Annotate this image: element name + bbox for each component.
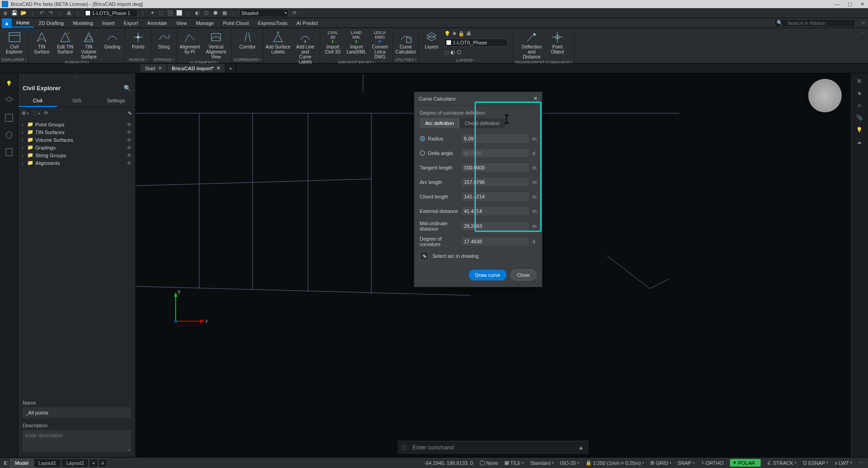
add-surface-labels-button[interactable]: AAdd SurfaceLabels (265, 29, 291, 54)
tool-icon[interactable]: ⬡ (203, 10, 210, 17)
command-bar[interactable]: ⌷ : Enter command ▲ (398, 441, 588, 454)
close-icon[interactable]: ✕ (533, 96, 537, 101)
tab-arc-definition[interactable]: Arc definition (420, 118, 460, 128)
tree-item-point-groups[interactable]: ›📁Point Groups👁 (22, 121, 132, 128)
description-field[interactable] (23, 430, 131, 452)
tab-chord-definition[interactable]: Chord definition (460, 118, 505, 128)
close-dialog-button[interactable]: Close (510, 270, 537, 280)
app-menu-button[interactable]: ▲ (2, 18, 12, 28)
new-icon[interactable]: 🗎 (2, 10, 9, 17)
print-icon[interactable]: 🖶 (65, 10, 72, 17)
layer-combo[interactable]: 1-LOTS_Phase (444, 39, 508, 47)
tool-icon[interactable]: ◐ (194, 10, 201, 17)
dialog-header[interactable]: Curve Calculator ✕ (414, 92, 542, 106)
tree-item-tin-surfaces[interactable]: ›📁TIN Surfaces👁 (22, 128, 132, 136)
ribbon-search-input[interactable] (785, 20, 855, 26)
radius-input[interactable] (461, 134, 530, 144)
open-icon[interactable]: 📂 (20, 10, 27, 17)
visibility-icon[interactable]: 👁 (127, 145, 132, 150)
document-combo[interactable]: 1-LOTS_Phase 1 (83, 9, 138, 17)
edit-tin-surface-button[interactable]: Edit TINSurface (54, 29, 76, 54)
import-civil3d-button[interactable]: CIVIL3D ⬇ImportCivil 3D (322, 29, 344, 54)
iso-combo[interactable]: ISO-25▾ (560, 460, 579, 466)
external-distance-input[interactable] (461, 206, 530, 216)
tree-item-string-groups[interactable]: ›📁String Groups👁 (22, 151, 132, 159)
point-object-button[interactable]: PointObject (547, 29, 568, 54)
convert-leica-dwg-button[interactable]: LEICADWG ⟳ConvertLeica DWG (369, 29, 391, 59)
menu-home[interactable]: Home (12, 19, 34, 28)
import-landxml-button[interactable]: LANDXML ⬇ImportLandXML (345, 29, 367, 54)
menu-insert[interactable]: Insert (98, 19, 120, 27)
new-tab-button[interactable]: + (225, 64, 236, 72)
visibility-icon[interactable]: 👁 (127, 122, 132, 127)
close-icon[interactable]: ✕ (158, 65, 162, 71)
rail-cloud-icon[interactable]: ☁ (857, 139, 862, 145)
name-field[interactable] (23, 407, 131, 418)
deflection-distance-button[interactable]: Deflectionand Distance (518, 29, 545, 59)
ortho-toggle[interactable]: └ ORTHO (701, 460, 724, 466)
layout-tab-layout2[interactable]: Layout2 (61, 458, 89, 468)
rail-lightbulb-icon[interactable]: 💡 (4, 78, 14, 89)
layer-freeze-icon[interactable]: ❄ (452, 31, 456, 37)
degree-curvature-input[interactable] (461, 236, 530, 246)
layer-visibility-icon[interactable]: 💡 (444, 31, 451, 37)
panel-tab-settings[interactable]: Settings (96, 95, 135, 107)
add-line-curve-labels-button[interactable]: AAdd Line andCurve Labels (293, 29, 318, 64)
layer-tool-icon[interactable]: ⬡ (457, 49, 461, 55)
polar-toggle[interactable]: ✦ POLAR▾ (730, 459, 761, 467)
refresh-icon[interactable]: ⟳ (291, 10, 298, 17)
entsnap-status[interactable]: ◯ None (480, 460, 498, 466)
help-icon[interactable]: ⤢ (858, 20, 868, 26)
string-button[interactable]: String (153, 29, 175, 49)
rail-light-icon[interactable]: 💡 (856, 127, 863, 133)
vertical-alignment-view-button[interactable]: VerticalAlignment View (202, 29, 230, 59)
layout-tab-layout1[interactable]: Layout1 (34, 458, 61, 468)
export-icon[interactable]: ⬚ ▾ (33, 110, 40, 116)
status-more[interactable]: ⋯ (858, 460, 863, 466)
chord-length-input[interactable] (461, 192, 530, 202)
rail-grid-icon[interactable]: ⊞ (857, 78, 861, 84)
panel-tab-civil[interactable]: Civil (18, 95, 57, 107)
tool-icon[interactable]: ✦ (149, 10, 156, 17)
menu-point-cloud[interactable]: Point Cloud (218, 19, 253, 27)
corridor-button[interactable]: Corridor (237, 29, 259, 49)
redo-icon[interactable]: ↷ (47, 10, 54, 17)
strack-toggle[interactable]: ∠ STRACK▾ (767, 460, 796, 466)
rail-structure-icon[interactable] (4, 112, 14, 123)
panel-grip[interactable]: ⋯ (18, 73, 135, 81)
visual-style-combo[interactable]: Shaded ▾ (239, 9, 289, 17)
tool-icon[interactable]: ⬛ (167, 10, 174, 17)
save-icon[interactable]: 💾 (11, 10, 18, 17)
grading-button[interactable]: Grading (101, 29, 123, 49)
standard-combo[interactable]: Standard▾ (530, 460, 554, 466)
add-icon[interactable]: ⊕ ▾ (22, 110, 29, 116)
close-icon[interactable]: ✕ (216, 65, 221, 71)
arc-length-input[interactable] (461, 177, 530, 187)
radio-delta-angle[interactable] (420, 150, 425, 156)
snap-toggle[interactable]: SNAP▾ (678, 460, 695, 466)
menu-expresstools[interactable]: ExpressTools (253, 19, 292, 27)
civil-explorer-button[interactable]: CivilExplorer (4, 29, 25, 54)
visibility-icon[interactable]: 👁 (127, 153, 132, 158)
layout-list-button[interactable]: ≡ (98, 458, 107, 468)
menu-ai-predict[interactable]: AI Predict (292, 19, 323, 27)
drawing-canvas[interactable]: Y X ⌷ : Enter command ▲ Curve Calculator… (136, 73, 850, 457)
add-layout-button[interactable]: + (89, 458, 98, 468)
doc-tab-start[interactable]: Start✕ (140, 64, 167, 72)
layout-tab-model[interactable]: Model (10, 458, 34, 468)
layer-tool-icon[interactable]: ⬚ (444, 49, 449, 55)
tree-item-gradings[interactable]: ›📁Gradings👁 (22, 144, 132, 151)
tool-icon[interactable]: ⬚ (158, 10, 165, 17)
visibility-icon[interactable]: 👁 (127, 130, 132, 135)
refresh-icon[interactable]: ⟳ (44, 110, 48, 116)
close-button[interactable]: ✕ (860, 1, 864, 7)
scale-combo[interactable]: 🔒 1:250 (1mm = 0.25m)▾ (585, 460, 644, 466)
radio-radius[interactable] (420, 136, 425, 141)
rail-layers-icon[interactable]: ◈ (858, 90, 861, 96)
ribbon-collapse-icon[interactable]: ⋯ (859, 28, 868, 63)
menu-modeling[interactable]: Modeling (68, 19, 98, 27)
maximize-button[interactable]: ▢ (848, 1, 852, 7)
panel-tab-gis[interactable]: GIS (57, 95, 96, 107)
rail-sheet-icon[interactable] (4, 147, 14, 158)
rail-layers-icon[interactable] (4, 95, 14, 106)
